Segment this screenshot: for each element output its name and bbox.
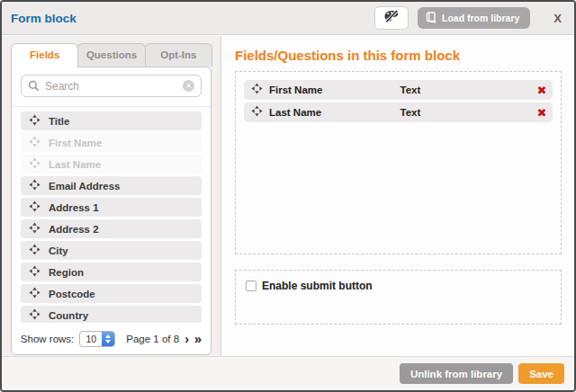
save-button[interactable]: Save <box>518 363 564 384</box>
field-list-item[interactable]: Postcode <box>21 284 202 303</box>
dialog-title: Form block <box>11 12 76 25</box>
move-icon <box>29 135 40 151</box>
field-list-item[interactable]: Country <box>21 306 202 323</box>
available-fields-list: Title First Name <box>12 107 211 323</box>
main-panel: Fields/Questions in this form block Firs… <box>222 36 574 356</box>
field-label: Email Address <box>49 181 120 192</box>
enable-submit-label: Enable submit button <box>262 280 373 292</box>
load-from-library-label: Load from library <box>442 13 519 23</box>
move-icon <box>29 200 40 216</box>
search-box: ✕ <box>21 75 202 97</box>
block-field-row[interactable]: First Name Text ✖ <box>244 80 553 100</box>
move-icon <box>29 264 40 281</box>
sidebar: Fields Questions Opt-Ins ✕ <box>2 36 221 356</box>
rows-per-page-select[interactable]: 10 <box>79 331 115 347</box>
stepper-arrows-icon <box>102 332 114 346</box>
block-field-name: Last Name <box>269 107 400 118</box>
move-icon <box>29 156 40 173</box>
field-list-item[interactable]: First Name <box>21 133 202 152</box>
field-label: Title <box>49 116 69 127</box>
load-from-library-button[interactable]: Load from library <box>418 7 530 29</box>
field-list-item[interactable]: City <box>21 241 202 260</box>
block-field-type: Text <box>400 107 532 118</box>
move-icon <box>29 113 40 129</box>
show-rows-label: Show rows: <box>21 334 74 344</box>
rows-per-page-value: 10 <box>80 332 102 346</box>
field-label: Country <box>49 310 88 321</box>
search-input[interactable] <box>45 80 183 93</box>
field-list-item[interactable]: Address 2 <box>21 219 202 238</box>
dialog-footer: Unlink from library Save <box>2 356 574 390</box>
move-icon <box>29 243 40 259</box>
style-palette-button[interactable] <box>374 6 409 30</box>
field-label: Address 2 <box>49 224 99 235</box>
library-icon <box>426 12 437 25</box>
last-page-icon[interactable]: » <box>194 332 202 345</box>
tab-opt-ins[interactable]: Opt-Ins <box>145 43 212 67</box>
field-label: City <box>49 245 68 256</box>
field-label: Address 1 <box>49 202 99 213</box>
field-label: Last Name <box>49 159 101 170</box>
field-list-item[interactable]: Title <box>21 111 202 130</box>
block-field-row[interactable]: Last Name Text ✖ <box>244 102 553 122</box>
close-button[interactable]: X <box>554 12 562 25</box>
main-heading: Fields/Questions in this form block <box>235 48 562 63</box>
move-icon <box>29 307 40 324</box>
search-icon <box>28 80 40 92</box>
tab-fields[interactable]: Fields <box>11 43 78 67</box>
move-icon <box>29 221 40 237</box>
field-list-item[interactable]: Email Address <box>21 176 202 195</box>
field-label: Region <box>49 267 84 278</box>
sidebar-tabs: Fields Questions Opt-Ins <box>11 43 212 67</box>
dialog-header: Form block <box>2 2 574 35</box>
pagination: Show rows: 10 Page 1 of 8 › » <box>12 323 211 354</box>
enable-submit-row: Enable submit button <box>246 280 551 292</box>
move-icon <box>251 82 263 98</box>
form-block-dialog: Form block <box>0 0 576 392</box>
delete-field-icon[interactable]: ✖ <box>537 107 547 119</box>
next-page-icon[interactable]: › <box>184 333 189 345</box>
page-indicator: Page 1 of 8 <box>126 334 179 344</box>
field-list-item[interactable]: Region <box>21 263 202 281</box>
move-icon <box>29 286 40 302</box>
field-label: Postcode <box>49 289 95 299</box>
submit-option-box: Enable submit button <box>235 270 562 325</box>
field-list-item[interactable]: Last Name <box>21 155 202 174</box>
block-fields-dropzone: First Name Text ✖ Last Name Text ✖ <box>235 71 562 254</box>
field-label: First Name <box>49 138 102 148</box>
fields-panel: ✕ Title <box>11 67 212 355</box>
move-icon <box>29 178 40 194</box>
field-list-item[interactable]: Address 1 <box>21 198 202 217</box>
block-field-name: First Name <box>269 85 400 95</box>
unlink-from-library-button[interactable]: Unlink from library <box>400 363 513 384</box>
move-icon <box>251 104 263 120</box>
search-area: ✕ <box>12 67 211 107</box>
palette-icon <box>383 9 400 27</box>
enable-submit-checkbox[interactable] <box>246 281 256 291</box>
block-field-type: Text <box>400 85 532 95</box>
delete-field-icon[interactable]: ✖ <box>537 85 547 96</box>
clear-search-icon[interactable]: ✕ <box>183 80 194 92</box>
tab-questions[interactable]: Questions <box>77 43 145 67</box>
